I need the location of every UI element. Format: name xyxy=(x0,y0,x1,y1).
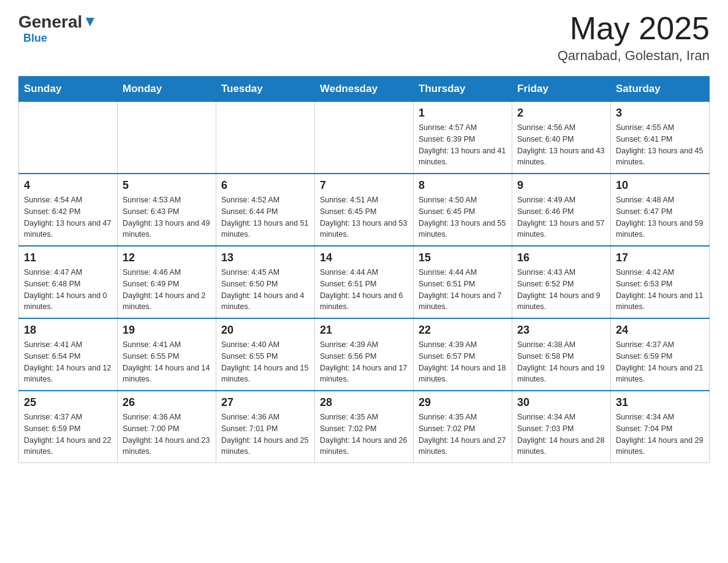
day-info: Sunrise: 4:44 AMSunset: 6:51 PMDaylight:… xyxy=(419,267,507,313)
calendar-cell: 6Sunrise: 4:52 AMSunset: 6:44 PMDaylight… xyxy=(216,174,315,246)
day-info: Sunrise: 4:56 AMSunset: 6:40 PMDaylight:… xyxy=(517,122,605,168)
day-number: 28 xyxy=(320,396,408,409)
calendar-cell xyxy=(19,102,118,174)
calendar-cell: 21Sunrise: 4:39 AMSunset: 6:56 PMDayligh… xyxy=(315,318,414,391)
day-header-saturday: Saturday xyxy=(611,77,710,102)
calendar-cell: 1Sunrise: 4:57 AMSunset: 6:39 PMDaylight… xyxy=(414,102,512,174)
day-number: 24 xyxy=(616,324,704,337)
calendar-cell xyxy=(118,102,216,174)
calendar-cell: 27Sunrise: 4:36 AMSunset: 7:01 PMDayligh… xyxy=(216,391,315,463)
calendar-cell xyxy=(216,102,315,174)
day-info: Sunrise: 4:47 AMSunset: 6:48 PMDaylight:… xyxy=(24,267,112,313)
calendar-table: SundayMondayTuesdayWednesdayThursdayFrid… xyxy=(18,76,710,463)
day-number: 31 xyxy=(616,396,704,409)
day-header-monday: Monday xyxy=(118,77,216,102)
calendar-cell: 10Sunrise: 4:48 AMSunset: 6:47 PMDayligh… xyxy=(611,174,710,246)
day-info: Sunrise: 4:34 AMSunset: 7:03 PMDaylight:… xyxy=(517,412,605,458)
calendar-cell: 3Sunrise: 4:55 AMSunset: 6:41 PMDaylight… xyxy=(611,102,710,174)
day-number: 8 xyxy=(419,179,507,192)
day-number: 9 xyxy=(517,179,605,192)
day-number: 5 xyxy=(123,179,211,192)
calendar-cell xyxy=(315,102,414,174)
day-info: Sunrise: 4:35 AMSunset: 7:02 PMDaylight:… xyxy=(320,412,408,458)
day-info: Sunrise: 4:36 AMSunset: 7:01 PMDaylight:… xyxy=(221,412,309,458)
day-number: 3 xyxy=(616,107,704,120)
calendar-cell: 7Sunrise: 4:51 AMSunset: 6:45 PMDaylight… xyxy=(315,174,414,246)
calendar-cell: 22Sunrise: 4:39 AMSunset: 6:57 PMDayligh… xyxy=(414,318,512,391)
day-info: Sunrise: 4:37 AMSunset: 6:59 PMDaylight:… xyxy=(616,339,704,385)
day-number: 14 xyxy=(320,251,408,264)
day-number: 21 xyxy=(320,324,408,337)
day-info: Sunrise: 4:49 AMSunset: 6:46 PMDaylight:… xyxy=(517,194,605,240)
title-section: May 2025 Qarnabad, Golestan, Iran xyxy=(558,12,710,64)
calendar-week-row: 4Sunrise: 4:54 AMSunset: 6:42 PMDaylight… xyxy=(19,174,710,246)
calendar-cell: 12Sunrise: 4:46 AMSunset: 6:49 PMDayligh… xyxy=(118,246,216,318)
day-info: Sunrise: 4:35 AMSunset: 7:02 PMDaylight:… xyxy=(419,412,507,458)
location-text: Qarnabad, Golestan, Iran xyxy=(558,48,710,64)
logo-arrow-icon xyxy=(83,15,97,29)
day-number: 6 xyxy=(221,179,309,192)
day-number: 27 xyxy=(221,396,309,409)
logo: General Blue xyxy=(18,12,97,45)
day-number: 29 xyxy=(419,396,507,409)
day-number: 1 xyxy=(419,107,507,120)
calendar-cell: 18Sunrise: 4:41 AMSunset: 6:54 PMDayligh… xyxy=(19,318,118,391)
day-number: 20 xyxy=(221,324,309,337)
day-info: Sunrise: 4:39 AMSunset: 6:57 PMDaylight:… xyxy=(419,339,507,385)
day-info: Sunrise: 4:42 AMSunset: 6:53 PMDaylight:… xyxy=(616,267,704,313)
day-info: Sunrise: 4:41 AMSunset: 6:55 PMDaylight:… xyxy=(123,339,211,385)
calendar-cell: 14Sunrise: 4:44 AMSunset: 6:51 PMDayligh… xyxy=(315,246,414,318)
day-header-friday: Friday xyxy=(512,77,611,102)
day-number: 10 xyxy=(616,179,704,192)
day-header-tuesday: Tuesday xyxy=(216,77,315,102)
calendar-cell: 23Sunrise: 4:38 AMSunset: 6:58 PMDayligh… xyxy=(512,318,611,391)
svg-marker-0 xyxy=(86,18,94,26)
page-header: General Blue May 2025 Qarnabad, Golestan… xyxy=(18,12,710,64)
day-info: Sunrise: 4:57 AMSunset: 6:39 PMDaylight:… xyxy=(419,122,507,168)
day-number: 25 xyxy=(24,396,112,409)
day-info: Sunrise: 4:45 AMSunset: 6:50 PMDaylight:… xyxy=(221,267,309,313)
day-info: Sunrise: 4:53 AMSunset: 6:43 PMDaylight:… xyxy=(123,194,211,240)
day-number: 15 xyxy=(419,251,507,264)
calendar-cell: 26Sunrise: 4:36 AMSunset: 7:00 PMDayligh… xyxy=(118,391,216,463)
day-info: Sunrise: 4:39 AMSunset: 6:56 PMDaylight:… xyxy=(320,339,408,385)
calendar-cell: 5Sunrise: 4:53 AMSunset: 6:43 PMDaylight… xyxy=(118,174,216,246)
calendar-week-row: 11Sunrise: 4:47 AMSunset: 6:48 PMDayligh… xyxy=(19,246,710,318)
day-info: Sunrise: 4:43 AMSunset: 6:52 PMDaylight:… xyxy=(517,267,605,313)
calendar-cell: 30Sunrise: 4:34 AMSunset: 7:03 PMDayligh… xyxy=(512,391,611,463)
month-title: May 2025 xyxy=(558,12,710,44)
day-number: 16 xyxy=(517,251,605,264)
day-info: Sunrise: 4:38 AMSunset: 6:58 PMDaylight:… xyxy=(517,339,605,385)
day-info: Sunrise: 4:51 AMSunset: 6:45 PMDaylight:… xyxy=(320,194,408,240)
calendar-cell: 19Sunrise: 4:41 AMSunset: 6:55 PMDayligh… xyxy=(118,318,216,391)
day-number: 13 xyxy=(221,251,309,264)
calendar-header-row: SundayMondayTuesdayWednesdayThursdayFrid… xyxy=(19,77,710,102)
day-number: 19 xyxy=(123,324,211,337)
day-info: Sunrise: 4:44 AMSunset: 6:51 PMDaylight:… xyxy=(320,267,408,313)
day-number: 18 xyxy=(24,324,112,337)
day-number: 17 xyxy=(616,251,704,264)
day-info: Sunrise: 4:48 AMSunset: 6:47 PMDaylight:… xyxy=(616,194,704,240)
calendar-cell: 24Sunrise: 4:37 AMSunset: 6:59 PMDayligh… xyxy=(611,318,710,391)
logo-blue-text: Blue xyxy=(23,32,47,44)
calendar-week-row: 25Sunrise: 4:37 AMSunset: 6:59 PMDayligh… xyxy=(19,391,710,463)
day-number: 22 xyxy=(419,324,507,337)
calendar-cell: 11Sunrise: 4:47 AMSunset: 6:48 PMDayligh… xyxy=(19,246,118,318)
day-number: 7 xyxy=(320,179,408,192)
calendar-cell: 4Sunrise: 4:54 AMSunset: 6:42 PMDaylight… xyxy=(19,174,118,246)
day-number: 4 xyxy=(24,179,112,192)
calendar-cell: 2Sunrise: 4:56 AMSunset: 6:40 PMDaylight… xyxy=(512,102,611,174)
day-number: 26 xyxy=(123,396,211,409)
calendar-cell: 20Sunrise: 4:40 AMSunset: 6:55 PMDayligh… xyxy=(216,318,315,391)
calendar-cell: 13Sunrise: 4:45 AMSunset: 6:50 PMDayligh… xyxy=(216,246,315,318)
day-number: 23 xyxy=(517,324,605,337)
day-info: Sunrise: 4:54 AMSunset: 6:42 PMDaylight:… xyxy=(24,194,112,240)
calendar-cell: 25Sunrise: 4:37 AMSunset: 6:59 PMDayligh… xyxy=(19,391,118,463)
day-number: 12 xyxy=(123,251,211,264)
day-info: Sunrise: 4:52 AMSunset: 6:44 PMDaylight:… xyxy=(221,194,309,240)
day-header-sunday: Sunday xyxy=(19,77,118,102)
day-number: 30 xyxy=(517,396,605,409)
calendar-cell: 28Sunrise: 4:35 AMSunset: 7:02 PMDayligh… xyxy=(315,391,414,463)
calendar-cell: 15Sunrise: 4:44 AMSunset: 6:51 PMDayligh… xyxy=(414,246,512,318)
calendar-week-row: 18Sunrise: 4:41 AMSunset: 6:54 PMDayligh… xyxy=(19,318,710,391)
